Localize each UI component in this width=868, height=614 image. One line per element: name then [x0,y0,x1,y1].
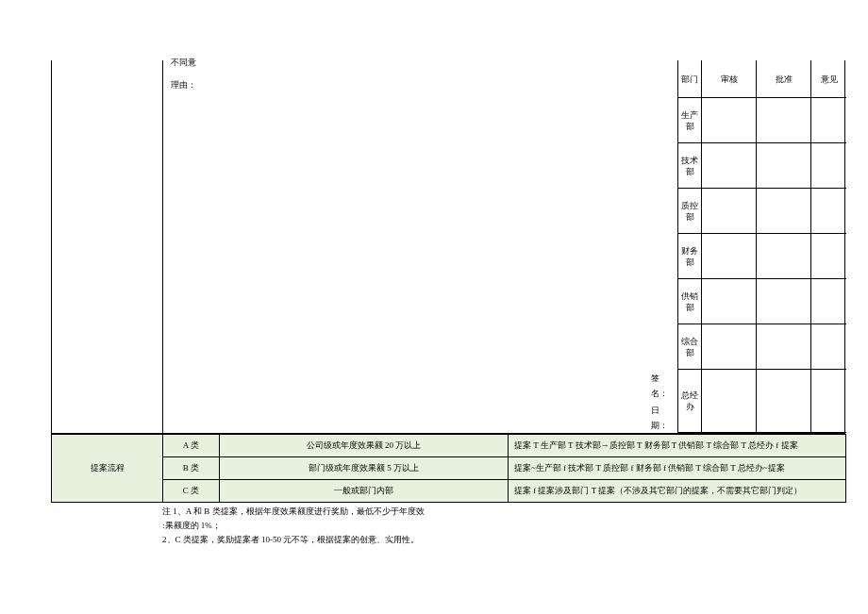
flow-table: 提案流程 A 类 公司级或年度效果额 20 万以上 提案 T 生产部 T 技术部… [51,434,846,503]
approval-grid: 部门 审核 批准 意见 生产部 技术部 质控部 财务部 供销部 综合部 [678,60,846,433]
flow-path-b: 提案~生产部 f 技术部 T 质控部 f 财务部 f 供销部 T 综合部 T 总… [509,457,846,480]
cell-3-approve [756,234,810,279]
note-1b: :果额度的 1%； [162,519,653,533]
flow-row-c: C 类 一般或部门内部 提案 f 提案涉及部门 T 提案（不涉及其它部门的提案，… [52,480,846,503]
flow-cat-c: C 类 [163,480,220,503]
hdr-approve: 批准 [756,60,810,98]
cell-0-opinion [810,98,846,143]
cell-5-review [701,324,756,370]
flow-row-b: B 类 部门级或年度效果额 5 万以上 提案~生产部 f 技术部 T 质控部 f… [52,457,846,480]
cell-1-approve [756,143,810,189]
flow-cat-b: B 类 [163,457,220,480]
cell-4-opinion [810,279,846,324]
cell-6-opinion [810,370,846,433]
flow-desc-a: 公司级或年度效果额 20 万以上 [220,435,509,457]
cell-5-approve [756,324,810,370]
cell-4-review [701,279,756,324]
dept-4: 供销部 [678,279,701,324]
dept-2: 质控部 [678,189,701,234]
cell-0-review [701,98,756,143]
cell-4-approve [756,279,810,324]
hdr-opinion: 意见 [810,60,846,98]
cell-1-opinion [810,143,846,189]
cell-3-opinion [810,234,846,279]
disagree-label: 不同意 [171,57,196,69]
cell-2-approve [756,189,810,234]
dept-6: 总经办 [678,370,701,433]
flow-label: 提案流程 [52,435,163,503]
flow-desc-c: 一般或部门内部 [220,480,509,503]
footnotes: 注 1、A 和 B 类提案，根据年度效果额度进行奖励，最低不少于年度效 :果额度… [162,505,653,547]
cell-6-review [701,370,756,433]
cell-1-review [701,143,756,189]
hdr-review: 审核 [701,60,756,98]
note-1a: 注 1、A 和 B 类提案，根据年度效果额度进行奖励，最低不少于年度效 [162,505,653,519]
dept-3: 财务部 [678,234,701,279]
cell-0-approve [756,98,810,143]
page: 不同意 理由： 签名： 日期： 部门 审核 批准 意见 生产部 技术部 质控部 … [0,0,868,614]
flow-path-c: 提案 f 提案涉及部门 T 提案（不涉及其它部门的提案，不需要其它部门判定） [509,480,846,503]
note-2: 2、C 类提案，奖励提案者 10-50 元不等，根据提案的创意、实用性。 [162,533,653,547]
cell-2-review [701,189,756,234]
flow-desc-b: 部门级或年度效果额 5 万以上 [220,457,509,480]
dept-0: 生产部 [678,98,701,143]
hdr-dept: 部门 [678,60,701,98]
flow-row-a: 提案流程 A 类 公司级或年度效果额 20 万以上 提案 T 生产部 T 技术部… [52,435,846,457]
opinion-column [52,60,163,433]
cell-6-approve [756,370,810,433]
cell-2-opinion [810,189,846,234]
reason-label: 理由： [171,79,196,91]
cell-3-review [701,234,756,279]
signature-label: 签名： [651,371,662,401]
dept-5: 综合部 [678,324,701,370]
upper-form-area: 不同意 理由： 签名： 日期： 部门 审核 批准 意见 生产部 技术部 质控部 … [51,60,845,434]
flow-path-a: 提案 T 生产部 T 技术部→质控部 T 财务部 T 供销部 T 综合部 T 总… [509,435,846,457]
flow-cat-a: A 类 [163,435,220,457]
cell-5-opinion [810,324,846,370]
dept-1: 技术部 [678,143,701,189]
main-opinion-cell: 不同意 理由： 签名： 日期： [163,60,678,433]
date-label: 日期： [651,403,662,433]
